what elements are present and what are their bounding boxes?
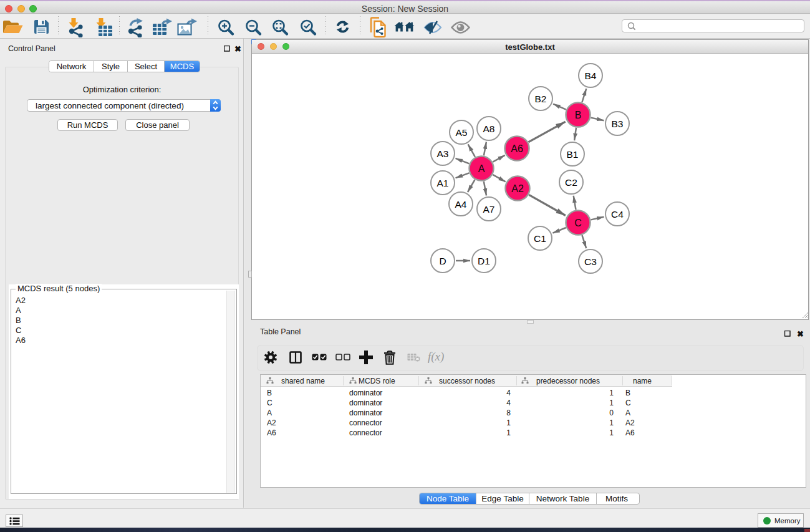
svg-text:A6: A6 <box>511 143 523 154</box>
svg-text:B1: B1 <box>567 149 579 160</box>
svg-text:A5: A5 <box>456 127 468 138</box>
svg-text:B4: B4 <box>585 70 597 81</box>
svg-text:B: B <box>575 110 582 120</box>
svg-text:D1: D1 <box>478 256 490 266</box>
svg-text:A2: A2 <box>511 183 524 194</box>
svg-text:A8: A8 <box>483 123 495 134</box>
svg-text:A1: A1 <box>437 178 449 188</box>
svg-text:A3: A3 <box>437 148 449 159</box>
svg-text:C4: C4 <box>611 209 624 220</box>
svg-text:C2: C2 <box>565 177 577 188</box>
svg-text:D: D <box>439 256 446 266</box>
svg-text:C: C <box>574 218 582 228</box>
svg-text:A7: A7 <box>483 204 495 215</box>
svg-text:A: A <box>478 163 485 174</box>
svg-text:B3: B3 <box>612 118 624 129</box>
svg-text:A4: A4 <box>455 199 467 210</box>
svg-text:C1: C1 <box>534 233 546 244</box>
svg-text:B2: B2 <box>535 94 547 104</box>
svg-text:C3: C3 <box>584 256 597 267</box>
